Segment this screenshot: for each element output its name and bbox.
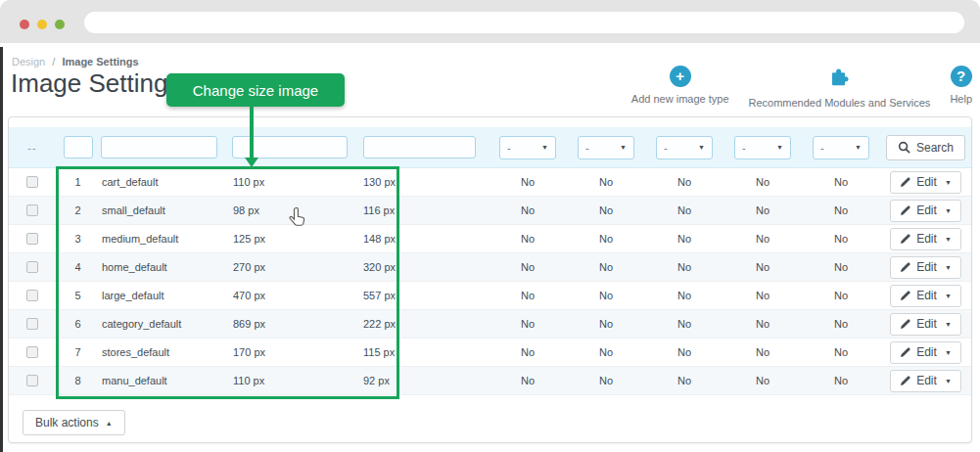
row-name: small_default bbox=[100, 204, 231, 216]
row-actions: Edit ▼ bbox=[880, 341, 971, 364]
row-name: stores_default bbox=[100, 346, 231, 358]
row-checkbox[interactable] bbox=[26, 204, 38, 216]
row-checkbox-cell bbox=[9, 233, 56, 245]
annotation-arrow bbox=[250, 107, 254, 158]
filter-stores-select[interactable]: - ▼ bbox=[813, 136, 869, 159]
pencil-icon bbox=[900, 205, 910, 216]
edit-button[interactable]: Edit ▼ bbox=[890, 285, 961, 307]
annotation-arrowhead bbox=[245, 158, 258, 167]
mouse-cursor-icon bbox=[288, 207, 305, 235]
row-actions: Edit ▼ bbox=[880, 171, 971, 194]
row-checkbox-cell bbox=[9, 318, 56, 330]
row-id: 2 bbox=[56, 204, 100, 216]
row-id: 4 bbox=[56, 261, 100, 273]
edit-button[interactable]: Edit ▼ bbox=[890, 171, 961, 194]
filter-categories-select[interactable]: - ▼ bbox=[578, 136, 634, 159]
row-height: 115 px bbox=[361, 346, 489, 358]
window-maximize-button[interactable] bbox=[55, 20, 65, 29]
row-flag-categories: No bbox=[567, 375, 645, 386]
question-circle-icon: ? bbox=[951, 66, 972, 87]
window-close-button[interactable] bbox=[20, 20, 29, 29]
row-height: 320 px bbox=[361, 261, 489, 273]
window-minimize-button[interactable] bbox=[37, 20, 47, 29]
pencil-icon bbox=[900, 291, 910, 301]
row-flag-products: No bbox=[489, 233, 567, 245]
recommended-modules-button[interactable]: Recommended Modules and Services bbox=[749, 66, 931, 109]
caret-down-icon: ▼ bbox=[945, 293, 952, 299]
row-flag-manufacturers: No bbox=[645, 318, 723, 330]
search-button[interactable]: Search bbox=[886, 135, 965, 160]
filter-products-select[interactable]: - ▼ bbox=[499, 136, 556, 159]
row-flag-manufacturers: No bbox=[645, 346, 723, 358]
row-name: medium_default bbox=[100, 233, 231, 245]
header-actions: + Add new image type Recommended Modules… bbox=[631, 66, 972, 109]
row-flag-products: No bbox=[489, 176, 567, 188]
row-width: 470 px bbox=[231, 290, 361, 301]
edit-button[interactable]: Edit ▼ bbox=[890, 313, 961, 336]
sidebar-edge bbox=[0, 47, 3, 452]
breadcrumb-section[interactable]: Design bbox=[12, 56, 45, 68]
caret-down-icon: ▼ bbox=[945, 349, 952, 356]
help-button[interactable]: ? Help bbox=[950, 66, 972, 105]
filter-name-input[interactable] bbox=[101, 136, 217, 158]
row-flag-categories: No bbox=[567, 290, 645, 301]
row-flag-manufacturers: No bbox=[645, 261, 723, 273]
edit-button[interactable]: Edit ▼ bbox=[890, 370, 961, 392]
search-icon bbox=[898, 141, 910, 154]
row-checkbox[interactable] bbox=[26, 176, 38, 188]
caret-down-icon: ▼ bbox=[945, 236, 952, 243]
plus-circle-icon: + bbox=[670, 66, 691, 87]
row-flag-suppliers: No bbox=[723, 176, 802, 188]
row-flag-stores: No bbox=[802, 375, 880, 386]
row-id: 7 bbox=[56, 346, 100, 358]
row-actions: Edit ▼ bbox=[880, 228, 971, 250]
row-height: 130 px bbox=[361, 176, 489, 188]
filter-height-input[interactable] bbox=[363, 136, 476, 158]
row-flag-suppliers: No bbox=[723, 261, 802, 273]
page-title: Image Settings bbox=[11, 68, 180, 99]
edit-button[interactable]: Edit ▼ bbox=[890, 228, 961, 250]
bulk-actions-button[interactable]: Bulk actions ▲ bbox=[23, 410, 125, 435]
select-all-placeholder: -- bbox=[9, 142, 56, 154]
edit-button[interactable]: Edit ▼ bbox=[890, 341, 961, 364]
pencil-icon bbox=[900, 376, 910, 386]
row-flag-categories: No bbox=[567, 261, 645, 273]
pencil-icon bbox=[900, 177, 910, 188]
table-row: 8 manu_default 110 px 92 px No No No No … bbox=[9, 367, 971, 395]
row-checkbox[interactable] bbox=[26, 375, 38, 386]
row-flag-stores: No bbox=[802, 204, 880, 216]
row-actions: Edit ▼ bbox=[880, 256, 971, 279]
row-checkbox-cell bbox=[9, 375, 56, 386]
table-row: 1 cart_default 110 px 130 px No No No No… bbox=[9, 168, 971, 197]
row-checkbox[interactable] bbox=[26, 290, 38, 301]
row-flag-suppliers: No bbox=[723, 233, 802, 245]
filter-id-input[interactable] bbox=[64, 136, 93, 158]
address-bar[interactable] bbox=[84, 12, 964, 33]
row-checkbox[interactable] bbox=[26, 233, 38, 245]
row-flag-stores: No bbox=[802, 290, 880, 301]
row-flag-stores: No bbox=[802, 318, 880, 330]
row-flag-manufacturers: No bbox=[645, 375, 723, 386]
row-flag-products: No bbox=[489, 204, 567, 216]
row-flag-stores: No bbox=[802, 261, 880, 273]
row-name: cart_default bbox=[100, 176, 231, 188]
filter-manufacturers-select[interactable]: - ▼ bbox=[656, 136, 713, 159]
pencil-icon bbox=[900, 319, 910, 330]
row-flag-categories: No bbox=[567, 346, 645, 358]
table-row: 3 medium_default 125 px 148 px No No No … bbox=[9, 225, 971, 253]
row-width: 869 px bbox=[231, 318, 361, 330]
row-checkbox[interactable] bbox=[26, 346, 38, 358]
row-checkbox[interactable] bbox=[26, 318, 38, 330]
row-flag-categories: No bbox=[567, 233, 645, 245]
pencil-icon bbox=[900, 234, 910, 245]
filter-suppliers-select[interactable]: - ▼ bbox=[734, 136, 791, 159]
row-checkbox[interactable] bbox=[26, 261, 38, 273]
row-height: 148 px bbox=[361, 233, 489, 245]
row-flag-manufacturers: No bbox=[645, 176, 723, 188]
add-new-image-type-button[interactable]: + Add new image type bbox=[631, 66, 729, 105]
row-id: 8 bbox=[56, 375, 100, 386]
breadcrumb-current: Image Settings bbox=[62, 56, 138, 68]
edit-button[interactable]: Edit ▼ bbox=[890, 200, 961, 222]
edit-button[interactable]: Edit ▼ bbox=[890, 256, 961, 279]
row-id: 1 bbox=[56, 176, 100, 188]
